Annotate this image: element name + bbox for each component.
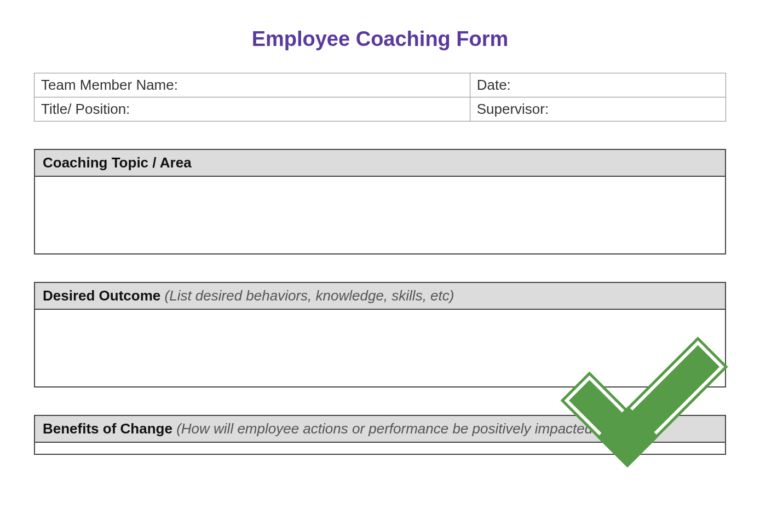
section-coaching-topic: Coaching Topic / Area: [34, 149, 726, 255]
section-desired-outcome-label: Desired Outcome: [43, 287, 160, 304]
field-date[interactable]: Date:: [470, 73, 726, 97]
form-title: Employee Coaching Form: [34, 27, 726, 51]
section-coaching-topic-label: Coaching Topic / Area: [43, 154, 192, 171]
section-benefits-of-change-label: Benefits of Change: [43, 420, 172, 437]
section-benefits-of-change-subtext: (How will employee actions or performanc…: [176, 420, 605, 437]
section-coaching-topic-header: Coaching Topic / Area: [35, 150, 725, 177]
section-coaching-topic-body[interactable]: [35, 177, 725, 253]
field-supervisor[interactable]: Supervisor:: [470, 97, 726, 122]
field-team-member-name[interactable]: Team Member Name:: [34, 73, 470, 97]
info-row-2: Title/ Position: Supervisor:: [34, 97, 726, 122]
info-row-1: Team Member Name: Date:: [34, 73, 726, 97]
coaching-form-page: Employee Coaching Form Team Member Name:…: [0, 0, 760, 455]
section-benefits-of-change: Benefits of Change (How will employee ac…: [34, 415, 726, 455]
section-benefits-of-change-header: Benefits of Change (How will employee ac…: [35, 416, 725, 443]
field-title-position[interactable]: Title/ Position:: [34, 97, 470, 122]
section-desired-outcome-subtext: (List desired behaviors, knowledge, skil…: [165, 287, 454, 304]
section-desired-outcome-header: Desired Outcome (List desired behaviors,…: [35, 283, 725, 310]
section-desired-outcome-body[interactable]: [35, 310, 725, 386]
section-desired-outcome: Desired Outcome (List desired behaviors,…: [34, 282, 726, 388]
info-table: Team Member Name: Date: Title/ Position:…: [34, 73, 726, 122]
section-benefits-of-change-body[interactable]: [35, 443, 725, 454]
